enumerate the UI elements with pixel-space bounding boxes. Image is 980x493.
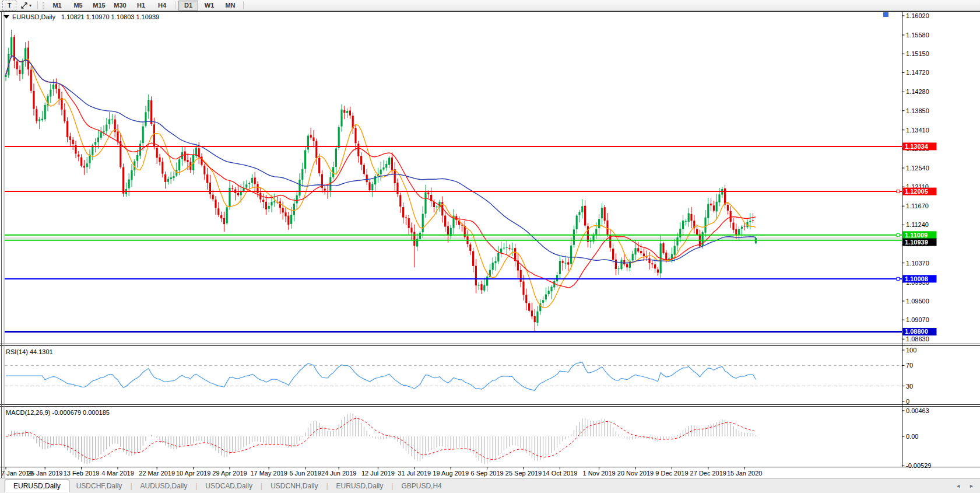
svg-text:9 Dec 2019: 9 Dec 2019 xyxy=(655,470,688,477)
svg-text:1.15150: 1.15150 xyxy=(906,50,929,57)
svg-text:1.11009: 1.11009 xyxy=(905,232,928,239)
tab-scroll-buttons: ◄ ► xyxy=(956,483,974,489)
tab-scroll-right-button[interactable]: ► xyxy=(969,483,974,489)
svg-text:5 Jun 2019: 5 Jun 2019 xyxy=(289,470,321,477)
macd-histogram xyxy=(6,413,756,464)
date-axis[interactable]: 7 Jan 201925 Jan 201913 Feb 20194 Mar 20… xyxy=(1,467,762,477)
svg-text:100: 100 xyxy=(906,347,916,354)
svg-text:31 Jul 2019: 31 Jul 2019 xyxy=(398,470,431,477)
tab-separator: | xyxy=(259,482,264,490)
svg-text:0: 0 xyxy=(906,398,909,405)
line-drag-handle[interactable] xyxy=(897,233,900,236)
svg-text:1.09500: 1.09500 xyxy=(906,298,929,305)
tab-usdchf-daily[interactable]: USDCHF,Daily xyxy=(69,480,129,492)
svg-text:25 Jan 2019: 25 Jan 2019 xyxy=(27,470,63,477)
svg-text:15 Jan 2020: 15 Jan 2020 xyxy=(727,470,763,477)
svg-text:1.13410: 1.13410 xyxy=(906,127,929,134)
svg-text:20 Nov 2019: 20 Nov 2019 xyxy=(617,470,654,477)
rsi-indicator-label: RSI(14) 44.1301 xyxy=(6,348,53,355)
tab-audusd-daily[interactable]: AUDUSD,Daily xyxy=(134,480,195,492)
svg-text:1.16020: 1.16020 xyxy=(906,12,929,19)
timeframe-button-m5[interactable]: M5 xyxy=(68,1,88,11)
svg-text:1.08630: 1.08630 xyxy=(906,335,929,342)
timeframe-button-h1[interactable]: H1 xyxy=(131,1,151,11)
timeframe-button-d1[interactable]: D1 xyxy=(178,1,198,11)
svg-text:-0.00529: -0.00529 xyxy=(906,462,931,469)
svg-text:6 Sep 2019: 6 Sep 2019 xyxy=(470,470,503,477)
svg-text:1.10370: 1.10370 xyxy=(906,260,929,267)
svg-text:17 May 2019: 17 May 2019 xyxy=(250,470,287,477)
slow-ma-line xyxy=(6,55,756,263)
tab-usdcnh-daily[interactable]: USDCNH,Daily xyxy=(264,480,325,492)
svg-text:13 Feb 2019: 13 Feb 2019 xyxy=(64,470,100,477)
svg-text:70: 70 xyxy=(906,362,913,369)
toolbar-separator xyxy=(243,1,244,9)
svg-text:1.14720: 1.14720 xyxy=(906,69,929,76)
macd-pane[interactable] xyxy=(6,413,756,464)
svg-text:1.10008: 1.10008 xyxy=(905,275,928,282)
svg-text:10 Apr 2019: 10 Apr 2019 xyxy=(176,470,210,477)
svg-text:27 Dec 2019: 27 Dec 2019 xyxy=(690,470,726,477)
tab-eurusd-daily[interactable]: EURUSD,Daily xyxy=(5,480,69,492)
price-chart-svg[interactable]: 1.160201.155801.151501.147201.142801.138… xyxy=(0,11,980,478)
timeframe-button-m30[interactable]: M30 xyxy=(110,1,130,11)
tab-scroll-left-button[interactable]: ◄ xyxy=(956,483,961,489)
cursor-tool-button[interactable]: ▾ xyxy=(17,1,34,11)
svg-text:12 Jul 2019: 12 Jul 2019 xyxy=(361,470,395,477)
rsi-line xyxy=(6,362,756,391)
svg-text:29 Apr 2019: 29 Apr 2019 xyxy=(212,470,247,477)
svg-text:1.12005: 1.12005 xyxy=(905,188,928,195)
timeframe-button-m1[interactable]: M1 xyxy=(47,1,67,11)
svg-text:19 Aug 2019: 19 Aug 2019 xyxy=(433,470,469,477)
svg-text:4 Mar 2019: 4 Mar 2019 xyxy=(101,470,134,477)
tab-separator: | xyxy=(194,482,198,490)
toolbar-grip xyxy=(43,2,44,9)
rsi-pane[interactable] xyxy=(5,362,902,391)
line-drag-handle[interactable] xyxy=(897,277,900,280)
toolbar-separator xyxy=(175,1,175,9)
svg-text:1 Nov 2019: 1 Nov 2019 xyxy=(582,470,615,477)
svg-text:1.15580: 1.15580 xyxy=(906,32,929,39)
macd-indicator-label: MACD(12,26,9) -0.000679 0.000185 xyxy=(6,409,110,416)
tab-usdcad-daily[interactable]: USDCAD,Daily xyxy=(198,480,259,492)
svg-text:1.12540: 1.12540 xyxy=(906,165,929,172)
chart-title: EURUSD,Daily1.10821 1.10970 1.10803 1.10… xyxy=(12,13,159,20)
svg-text:25 Sep 2019: 25 Sep 2019 xyxy=(505,470,542,477)
svg-text:1.13850: 1.13850 xyxy=(906,107,929,114)
tab-separator: | xyxy=(325,482,329,490)
svg-text:0.00: 0.00 xyxy=(906,433,918,440)
svg-text:1.14280: 1.14280 xyxy=(906,88,929,95)
svg-text:14 Oct 2019: 14 Oct 2019 xyxy=(542,470,577,477)
text-tool-button[interactable]: T xyxy=(2,1,16,11)
dropdown-caret-icon: ▾ xyxy=(29,3,31,8)
line-drag-handle[interactable] xyxy=(897,190,900,193)
timeframe-button-m15[interactable]: M15 xyxy=(89,1,109,11)
tab-separator: | xyxy=(129,482,133,490)
timeframe-button-mn[interactable]: MN xyxy=(220,1,240,11)
chart-tabs: EURUSD,DailyUSDCHF,Daily|AUDUSD,Daily|US… xyxy=(0,480,449,492)
toolbar: T ▾ M1M5M15M30H1H4D1W1MN xyxy=(0,0,980,11)
crosshair-move-icon xyxy=(20,2,28,9)
svg-text:1.09070: 1.09070 xyxy=(906,316,929,323)
fast-ma-line xyxy=(6,55,756,307)
timeframe-button-group: M1M5M15M30H1H4D1W1MN xyxy=(47,1,241,11)
svg-text:1.10939: 1.10939 xyxy=(905,239,928,246)
svg-text:1.13034: 1.13034 xyxy=(905,143,929,150)
svg-text:1.08800: 1.08800 xyxy=(905,328,928,335)
svg-text:24 Jun 2019: 24 Jun 2019 xyxy=(321,470,357,477)
svg-text:30: 30 xyxy=(906,383,913,390)
timeframe-button-h4[interactable]: H4 xyxy=(152,1,172,11)
tab-gbpusd-h4[interactable]: GBPUSD,H4 xyxy=(394,480,448,492)
chart-tabs-bar: EURUSD,DailyUSDCHF,Daily|AUDUSD,Daily|US… xyxy=(0,478,980,493)
svg-text:22 Mar 2019: 22 Mar 2019 xyxy=(139,470,175,477)
main-price-pane[interactable] xyxy=(5,30,902,332)
candles-layer xyxy=(5,30,757,332)
svg-text:1.11240: 1.11240 xyxy=(906,221,929,228)
chart-marker-icon xyxy=(883,12,888,17)
toolbar-separator xyxy=(37,1,38,9)
timeframe-button-w1[interactable]: W1 xyxy=(199,1,219,11)
svg-text:1.11670: 1.11670 xyxy=(906,202,929,209)
svg-text:0.00463: 0.00463 xyxy=(906,407,929,414)
tab-eurusd-daily[interactable]: EURUSD,Daily xyxy=(329,480,391,492)
price-badges: 1.130341.120051.110091.100081.088001.109… xyxy=(903,142,937,335)
